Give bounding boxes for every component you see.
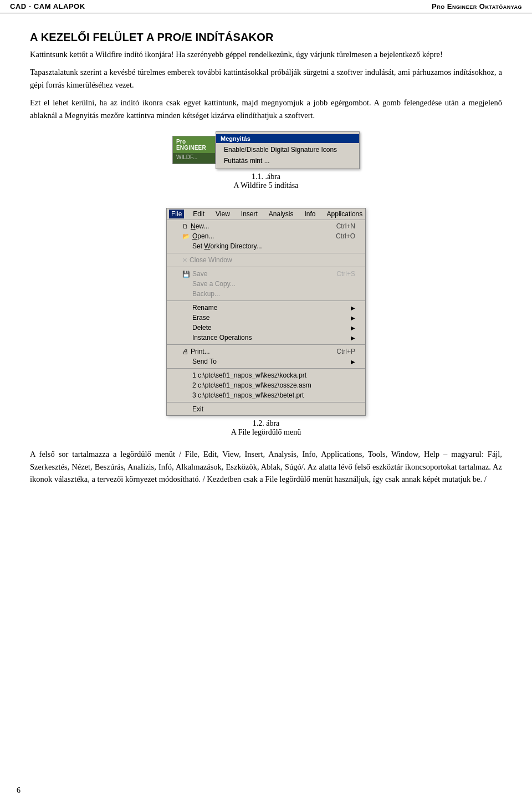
fig2-caption-line2: A File legördülő menü [231,428,301,436]
menubar-view[interactable]: View [213,210,232,218]
menubar-analysis[interactable]: Analysis [267,210,296,218]
menu-item-digital-sig[interactable]: Enable/Disable Digital Signature Icons [216,144,359,155]
pro-engineer-banner: Pro ENGINEER [173,136,215,153]
page-title: A KEZELŐI FELÜLET A PRO/E INDÍTÁSAKOR [30,31,502,44]
menu-recent-3[interactable]: 3 c:\ptc\set\1_napos_wf\kesz\betet.prt [167,390,365,400]
menubar-file[interactable]: File [169,210,184,218]
popup-title: Megnyitás [216,134,359,143]
wildfire-banner: WILDF... [173,153,215,164]
header-right: Pro Engineer Oktatóanyag [432,2,522,11]
menu-open[interactable]: 📂Open... Ctrl+O [167,231,365,241]
menu-erase[interactable]: Erase ▶ [167,313,365,323]
paragraph-3: Ezt el lehet kerülni, ha az indító ikonr… [30,96,502,121]
menubar: File Edit View Insert Analysis Info Appl… [167,208,365,220]
menu-exit[interactable]: Exit [167,404,365,414]
menubar-insert[interactable]: Insert [239,210,260,218]
menu-recent-2[interactable]: 2 c:\ptc\set\1_napos_wf\kesz\ossze.asm [167,380,365,390]
menubar-applications[interactable]: Applications [325,210,365,218]
fig2-caption: 1.2. ábra A File legördülő menü [231,419,301,437]
menu-send-to[interactable]: Send To ▶ [167,356,365,366]
main-content: A KEZELŐI FELÜLET A PRO/E INDÍTÁSAKOR Ka… [0,13,532,508]
context-menu-popup: Megnyitás Enable/Disable Digital Signatu… [216,131,360,169]
fig2-caption-line1: 1.2. ábra [253,419,280,427]
header: CAD - CAM ALAPOK Pro Engineer Oktatóanya… [0,0,532,13]
paragraph-1: Kattintsunk kettőt a Wildfire indító iko… [30,48,502,60]
menu-recent-1[interactable]: 1 c:\ptc\set\1_napos_wf\kesz\kocka.prt [167,370,365,380]
menu-new[interactable]: 🗋New... Ctrl+N [167,221,365,231]
paragraph-2: Tapasztalatunk szerint a kevésbé türelme… [30,66,502,91]
menu-backup: Backup... [167,289,365,299]
menu-save: 💾Save Ctrl+S [167,269,365,279]
page-number: 6 [17,786,21,795]
fig1-caption-line2: A Wildfire 5 indítása [234,181,299,190]
menubar-info[interactable]: Info [303,210,318,218]
menu-print[interactable]: 🖨Print... Ctrl+P [167,347,365,356]
fig1-caption-line1: 1.1. .ábra [252,172,280,181]
menu-instance-ops[interactable]: Instance Operations ▶ [167,333,365,343]
menu-rename[interactable]: Rename ▶ [167,303,365,313]
file-menu-body: 🗋New... Ctrl+N 📂Open... Ctrl+O Set Worki… [167,220,365,415]
paragraph-4: A felső sor tartalmazza a legördülő menü… [30,448,502,485]
file-menu: File Edit View Insert Analysis Info Appl… [166,208,366,416]
menu-delete[interactable]: Delete ▶ [167,323,365,333]
menu-close-window: ✕Close Window [167,255,365,265]
menu-set-working-dir[interactable]: Set Working Directory... [167,241,365,251]
figure-1-2: File Edit View Insert Analysis Info Appl… [30,208,502,445]
menu-save-copy: Save a Copy... [167,279,365,289]
menu-item-run-as[interactable]: Futtatás mint ... [216,155,359,166]
fig1-caption: 1.1. .ábra A Wildfire 5 indítása [234,172,299,190]
header-left: CAD - CAM ALAPOK [10,2,85,11]
figure-1-1: Pro ENGINEER WILDF... Megnyitás Enable/D… [30,131,502,198]
menubar-edit[interactable]: Edit [191,210,207,218]
